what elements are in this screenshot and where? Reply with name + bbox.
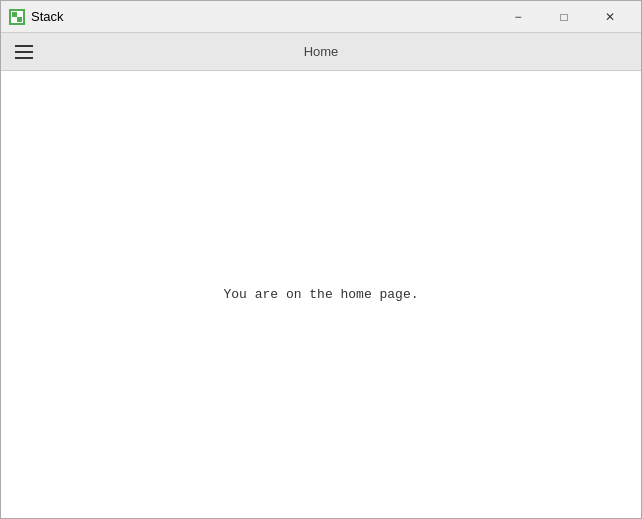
app-title: Stack [31, 9, 495, 24]
window-controls: − □ ✕ [495, 1, 633, 33]
svg-rect-3 [17, 17, 22, 22]
toolbar-title: Home [304, 44, 339, 59]
hamburger-line-1 [15, 45, 33, 47]
title-bar: Stack − □ ✕ [1, 1, 641, 33]
svg-rect-2 [12, 12, 17, 17]
hamburger-line-2 [15, 51, 33, 53]
hamburger-menu-button[interactable] [11, 41, 37, 63]
main-content: You are on the home page. [1, 71, 641, 518]
toolbar: Home [1, 33, 641, 71]
app-icon [9, 9, 25, 25]
minimize-button[interactable]: − [495, 1, 541, 33]
maximize-button[interactable]: □ [541, 1, 587, 33]
hamburger-line-3 [15, 57, 33, 59]
app-window: Stack − □ ✕ Home You are on the home pag… [0, 0, 642, 519]
close-button[interactable]: ✕ [587, 1, 633, 33]
home-message: You are on the home page. [223, 287, 418, 302]
